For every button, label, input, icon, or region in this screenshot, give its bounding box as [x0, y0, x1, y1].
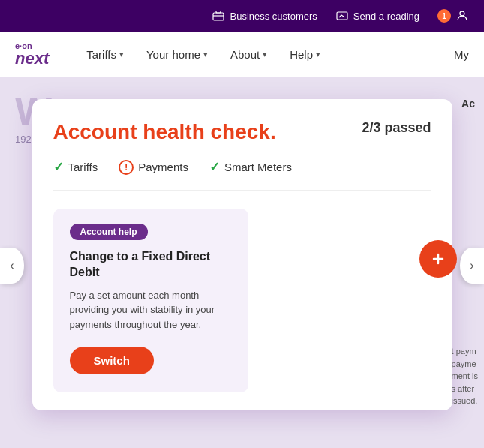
- check-pass-icon-2: ✓: [209, 159, 220, 175]
- right-payment-text: t paym payme ment is s after issued.: [452, 345, 478, 407]
- nav-about-label: About: [230, 48, 260, 61]
- business-customers-label: Business customers: [230, 11, 317, 22]
- check-payments: ! Payments: [119, 160, 188, 175]
- svg-rect-1: [213, 13, 224, 20]
- nav-item-help[interactable]: Help ▾: [290, 48, 320, 61]
- check-pass-icon: ✓: [53, 159, 64, 175]
- account-icon: [455, 9, 469, 23]
- carousel-next-button[interactable]: ›: [460, 248, 484, 284]
- chevron-down-icon: ▾: [316, 50, 320, 59]
- nav-tariffs-label: Tariffs: [86, 48, 116, 61]
- action-icon: [431, 251, 446, 266]
- nav-your-home-label: Your home: [146, 48, 200, 61]
- health-check-card: Account health check. 2/3 passed ✓ Tarif…: [32, 99, 452, 410]
- check-tariffs: ✓ Tariffs: [53, 159, 98, 175]
- send-reading-label: Send a reading: [353, 11, 419, 22]
- checks-row: ✓ Tariffs ! Payments ✓ Smart Meters: [53, 159, 431, 191]
- account-icon-link[interactable]: 1: [437, 9, 469, 23]
- payment-text-line1: t paym: [452, 345, 478, 358]
- meter-icon: [335, 9, 349, 23]
- orange-action-button[interactable]: [419, 240, 457, 278]
- payment-text-line4: s after: [452, 383, 478, 395]
- briefcase-icon: [212, 9, 225, 23]
- notification-badge: 1: [437, 9, 451, 23]
- chevron-down-icon: ▾: [263, 50, 267, 59]
- check-warn-icon: !: [119, 160, 134, 175]
- health-check-score: 2/3 passed: [362, 120, 431, 136]
- payment-text-line3: ment is: [452, 370, 478, 383]
- chevron-down-icon: ▾: [119, 50, 124, 59]
- nav-my-label: My: [454, 48, 469, 61]
- help-card-description: Pay a set amount each month providing yo…: [70, 288, 232, 332]
- nav-help-label: Help: [290, 48, 313, 61]
- right-partial-label: Ac: [461, 98, 475, 110]
- payment-text-line5: issued.: [452, 395, 478, 407]
- help-card-title: Change to a Fixed Direct Debit: [70, 249, 232, 281]
- send-reading-link[interactable]: Send a reading: [335, 9, 419, 23]
- modal-overlay: Account health check. 2/3 passed ✓ Tarif…: [0, 77, 484, 448]
- main-nav: e·on next Tariffs ▾ Your home ▾ About ▾ …: [0, 32, 484, 77]
- svg-point-4: [343, 16, 344, 17]
- nav-item-about[interactable]: About ▾: [230, 48, 267, 61]
- logo[interactable]: e·on next: [15, 42, 49, 67]
- payment-text-line2: payme: [452, 358, 478, 371]
- chevron-right-icon: ›: [470, 259, 473, 272]
- health-check-title: Account health check.: [53, 120, 276, 144]
- check-smart-meters-label: Smart Meters: [224, 161, 292, 173]
- nav-item-my[interactable]: My: [454, 48, 469, 61]
- switch-button[interactable]: Switch: [70, 347, 154, 374]
- chevron-left-icon: ‹: [10, 259, 14, 272]
- top-bar: Business customers Send a reading 1: [0, 0, 484, 32]
- chevron-down-icon: ▾: [203, 50, 208, 59]
- nav-item-your-home[interactable]: Your home ▾: [146, 48, 208, 61]
- nav-item-tariffs[interactable]: Tariffs ▾: [86, 48, 124, 61]
- carousel-prev-button[interactable]: ‹: [0, 248, 24, 284]
- account-help-card: Account help Change to a Fixed Direct De…: [53, 209, 248, 392]
- check-payments-label: Payments: [138, 161, 188, 173]
- business-customers-link[interactable]: Business customers: [212, 9, 317, 23]
- logo-next-text: next: [15, 50, 49, 67]
- check-smart-meters: ✓ Smart Meters: [209, 159, 292, 175]
- check-tariffs-label: Tariffs: [68, 161, 98, 173]
- svg-point-5: [460, 11, 464, 16]
- account-help-badge: Account help: [70, 224, 148, 240]
- health-card-header: Account health check. 2/3 passed: [53, 120, 431, 144]
